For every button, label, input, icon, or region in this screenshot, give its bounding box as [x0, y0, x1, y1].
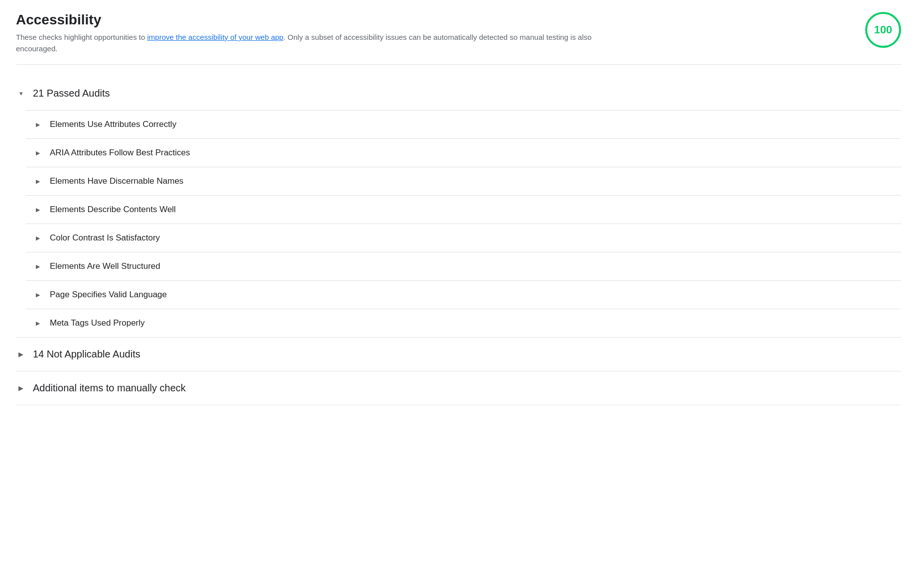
list-item[interactable]: ▶ ARIA Attributes Follow Best Practices	[26, 138, 901, 167]
audit-label: Elements Use Attributes Correctly	[50, 119, 176, 129]
list-item[interactable]: ▶ Elements Have Discernable Names	[26, 167, 901, 195]
chevron-right-icon: ▶	[34, 234, 42, 242]
manual-check-header[interactable]: ▶ Additional items to manually check	[16, 371, 901, 405]
list-item[interactable]: ▶ Color Contrast Is Satisfactory	[26, 224, 901, 252]
manual-check-section: ▶ Additional items to manually check	[16, 371, 901, 405]
audit-label: Meta Tags Used Properly	[50, 318, 145, 328]
chevron-right-icon: ▶	[34, 206, 42, 214]
chevron-right-icon: ▶	[34, 262, 42, 270]
chevron-right-icon: ▶	[34, 177, 42, 185]
description-before: These checks highlight opportunities to	[16, 33, 147, 41]
manual-check-chevron-right-icon: ▶	[16, 383, 26, 393]
page-description: These checks highlight opportunities to …	[16, 32, 614, 54]
audit-label: Elements Describe Contents Well	[50, 205, 176, 215]
list-item[interactable]: ▶ Elements Describe Contents Well	[26, 195, 901, 224]
chevron-right-icon: ▶	[34, 319, 42, 327]
audit-label: Elements Are Well Structured	[50, 261, 160, 271]
not-applicable-header[interactable]: ▶ 14 Not Applicable Audits	[16, 338, 901, 371]
audit-label: Color Contrast Is Satisfactory	[50, 233, 160, 243]
score-circle: 100	[865, 12, 901, 48]
list-item[interactable]: ▶ Elements Are Well Structured	[26, 252, 901, 280]
not-applicable-section: ▶ 14 Not Applicable Audits	[16, 338, 901, 371]
header-text-block: Accessibility These checks highlight opp…	[16, 12, 614, 54]
page-header: Accessibility These checks highlight opp…	[16, 12, 901, 65]
passed-audits-header[interactable]: ▾ 21 Passed Audits	[16, 77, 901, 110]
passed-audits-list: ▶ Elements Use Attributes Correctly ▶ AR…	[16, 110, 901, 337]
passed-audits-chevron-down-icon: ▾	[16, 89, 26, 99]
passed-audits-title: 21 Passed Audits	[33, 88, 110, 99]
audit-label: Elements Have Discernable Names	[50, 176, 183, 186]
chevron-right-icon: ▶	[34, 149, 42, 157]
page-title: Accessibility	[16, 12, 614, 28]
accessibility-link[interactable]: improve the accessibility of your web ap…	[147, 33, 283, 41]
score-value: 100	[874, 23, 893, 36]
manual-check-title: Additional items to manually check	[33, 382, 186, 394]
list-item[interactable]: ▶ Page Specifies Valid Language	[26, 280, 901, 309]
not-applicable-chevron-right-icon: ▶	[16, 350, 26, 359]
audit-label: Page Specifies Valid Language	[50, 290, 167, 300]
chevron-right-icon: ▶	[34, 291, 42, 299]
chevron-right-icon: ▶	[34, 120, 42, 128]
not-applicable-title: 14 Not Applicable Audits	[33, 349, 140, 360]
list-item[interactable]: ▶ Elements Use Attributes Correctly	[26, 110, 901, 138]
passed-audits-section: ▾ 21 Passed Audits ▶ Elements Use Attrib…	[16, 77, 901, 338]
audit-label: ARIA Attributes Follow Best Practices	[50, 148, 190, 158]
list-item[interactable]: ▶ Meta Tags Used Properly	[26, 309, 901, 337]
